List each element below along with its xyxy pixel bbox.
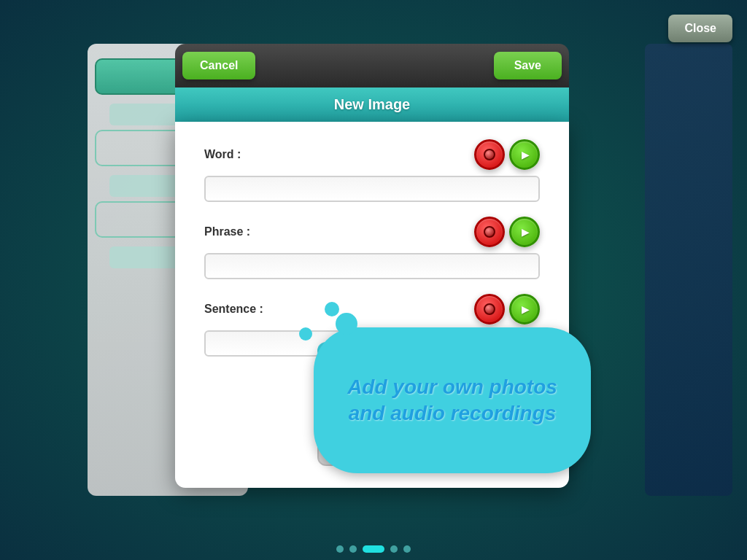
tooltip-text: Add your own photos and audio recordings (347, 374, 557, 427)
sentence-icons (474, 294, 540, 324)
close-button[interactable]: Close (668, 15, 732, 42)
sentence-record-button[interactable] (474, 294, 505, 324)
dialog-topbar: Cancel Save (175, 44, 569, 88)
cancel-button[interactable]: Cancel (182, 52, 255, 79)
phrase-input[interactable] (204, 253, 540, 279)
nav-dot-4[interactable] (390, 545, 398, 553)
sentence-play-button[interactable] (509, 294, 540, 324)
nav-dot-1[interactable] (336, 545, 344, 553)
phrase-field-header: Phrase : (204, 217, 540, 247)
dialog-title-bar: New Image (175, 88, 569, 122)
sentence-field-header: Sentence : (204, 294, 540, 324)
sentence-label: Sentence : (204, 303, 263, 316)
word-field-header: Word : (204, 139, 540, 170)
right-panel (645, 44, 732, 496)
bubble-dot-1 (299, 327, 312, 341)
dialog-title: New Image (334, 96, 410, 112)
phrase-icons (474, 217, 540, 247)
nav-dot-3[interactable] (363, 545, 384, 553)
word-input[interactable] (204, 176, 540, 202)
dialog-overlay: Cancel Save New Image Word : Phrase : (175, 44, 569, 540)
word-field-row: Word : (204, 139, 540, 202)
save-button[interactable]: Save (494, 52, 562, 79)
word-play-button[interactable] (509, 139, 540, 170)
phrase-label: Phrase : (204, 225, 250, 238)
phrase-play-button[interactable] (509, 217, 540, 247)
phrase-field-row: Phrase : (204, 217, 540, 279)
tooltip-cloud: Add your own photos and audio recordings (314, 327, 591, 473)
bottom-navigation (336, 545, 411, 553)
word-record-button[interactable] (474, 139, 505, 170)
word-icons (474, 139, 540, 170)
word-label: Word : (204, 148, 241, 161)
phrase-record-button[interactable] (474, 217, 505, 247)
nav-dot-2[interactable] (349, 545, 357, 553)
nav-dot-5[interactable] (403, 545, 411, 553)
